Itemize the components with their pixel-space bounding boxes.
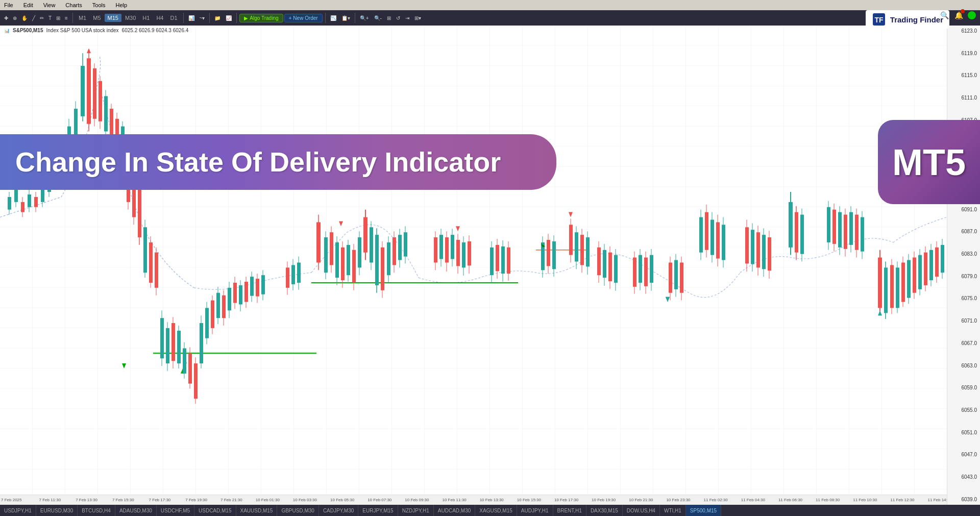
status-tab-eurjpy-m15[interactable]: EURJPY,M15	[358, 505, 398, 516]
status-tab-btcusd-h4[interactable]: BTCUSD,H4	[78, 505, 115, 516]
chart-symbol: S&P500,M15	[13, 28, 43, 33]
status-tab-dax30-m15[interactable]: DAX30,M15	[586, 505, 623, 516]
time-label: 11 Feb 14:30	[927, 498, 947, 502]
time-label: 10 Feb 09:30	[404, 498, 430, 502]
algo-trading-button[interactable]: ▶ Algo Trading	[239, 14, 283, 22]
price-label: 6115.0	[948, 72, 979, 78]
timeframe-group: M1 M5 M15 M30 H1 H4 D1	[76, 14, 181, 22]
new-order-icon: +	[289, 15, 292, 21]
menu-view[interactable]: View	[41, 2, 58, 8]
alert-icon[interactable]: 🔔	[953, 10, 964, 20]
objects-tool[interactable]: ⊞	[54, 14, 62, 22]
price-label: 6079.0	[948, 274, 979, 279]
tf-m1[interactable]: M1	[76, 14, 89, 22]
status-tab-gbpusd-m30[interactable]: GBPUSD,M30	[277, 505, 318, 516]
crosshair-tool[interactable]: ✚	[2, 14, 10, 22]
tf-m15[interactable]: M15	[105, 14, 121, 22]
menu-edit[interactable]: Edit	[21, 2, 35, 8]
time-label: 10 Feb 17:30	[553, 498, 579, 502]
time-axis: 7 Feb 2025 7 Feb 11:30 7 Feb 13:30 7 Feb…	[0, 495, 947, 505]
price-label: 6119.0	[948, 51, 979, 56]
status-tab-nzdjpy-h1[interactable]: NZDJPY,H1	[398, 505, 434, 516]
chart-ohlc: 6025.2 6026.9 6024.3 6026.4	[122, 28, 189, 33]
time-label: 10 Feb 05:30	[329, 498, 355, 502]
new-order-label: New Order	[293, 15, 317, 21]
status-tab-sp500-m15[interactable]: SP500,M15	[686, 505, 721, 516]
time-label: 7 Feb 2025	[0, 498, 22, 502]
price-label: 6043.0	[948, 474, 979, 480]
market-watch-btn[interactable]: 📉	[328, 14, 338, 22]
time-label: 7 Feb 17:30	[148, 498, 172, 502]
grid-btn[interactable]: ⊞	[385, 14, 393, 22]
status-tab-xauusd-m15[interactable]: XAUUSD,M15	[236, 505, 278, 516]
chart-type[interactable]: 📊	[186, 14, 197, 22]
logo-area: TF Trading Finder	[866, 10, 949, 29]
time-label: 10 Feb 15:30	[516, 498, 542, 502]
top-right-icons: 🔍 🔔	[939, 10, 976, 20]
time-label: 10 Feb 07:30	[366, 498, 393, 502]
chart-info: 📊 S&P500,M15 Index S&P 500 USA stock ind…	[4, 28, 188, 33]
time-label: 10 Feb 19:30	[591, 498, 617, 502]
time-label: 7 Feb 19:30	[184, 498, 208, 502]
new-order-button[interactable]: + New Order	[284, 14, 323, 22]
tf-h1[interactable]: H1	[139, 14, 153, 22]
time-label: 11 Feb 06:30	[777, 498, 803, 502]
status-tab-eurusd-m30[interactable]: EURUSD,M30	[36, 505, 78, 516]
price-label: 6055.0	[948, 407, 979, 413]
time-label: 11 Feb 02:30	[703, 498, 729, 502]
status-tab-cadjpy-m30[interactable]: CADJPY,M30	[319, 505, 358, 516]
status-tab-usdchf-m5[interactable]: USDCHF,M5	[157, 505, 194, 516]
menu-file[interactable]: File	[2, 2, 15, 8]
time-label: 10 Feb 01:30	[255, 498, 281, 502]
status-tab-usdcad-m15[interactable]: USDCAD,M15	[194, 505, 236, 516]
time-label: 7 Feb 21:30	[219, 498, 243, 502]
indicator-btn[interactable]: 📈	[224, 14, 234, 22]
menu-help[interactable]: Help	[113, 2, 129, 8]
time-label: 10 Feb 21:30	[628, 498, 654, 502]
tf-m5[interactable]: M5	[90, 14, 104, 22]
pencil-tool[interactable]: ✏	[38, 14, 46, 22]
price-label: 6047.0	[948, 452, 979, 457]
menu-tools[interactable]: Tools	[90, 2, 108, 8]
hand-tool[interactable]: ✋	[19, 14, 30, 22]
tf-h4[interactable]: H4	[153, 14, 166, 22]
chart-area[interactable]: 📊 S&P500,M15 Index S&P 500 USA stock ind…	[0, 26, 980, 505]
line-tool[interactable]: ╱	[30, 14, 37, 22]
trading-finder-logo-icon: TF	[872, 12, 886, 27]
zoom-out-button[interactable]: 🔍-	[372, 14, 384, 22]
status-tab-audjpy-h1[interactable]: AUDJPY,H1	[517, 505, 553, 516]
price-label: 6067.0	[948, 340, 979, 346]
banner-overlay: Change In State Of Delivery Indicator	[0, 120, 980, 204]
sep2	[183, 13, 184, 23]
status-bar: USDJPY,H1 EURUSD,M30 BTCUSD,H4 ADAUSD,M3…	[0, 505, 980, 516]
menu-charts[interactable]: Charts	[63, 2, 84, 8]
time-label: 10 Feb 03:30	[292, 498, 318, 502]
chart-full-name: Index S&P 500 USA stock index	[46, 28, 118, 33]
logo-text: Trading Finder	[890, 15, 943, 24]
template-btn[interactable]: 📁	[212, 14, 223, 22]
status-tab-xagusd-m15[interactable]: XAGUSD,M15	[475, 505, 517, 516]
time-label: 10 Feb 11:30	[441, 498, 467, 502]
status-tab-dow-us-h4[interactable]: DOW.US,H4	[623, 505, 660, 516]
status-tab-wti-h1[interactable]: WTI,H1	[660, 505, 686, 516]
tf-d1[interactable]: D1	[167, 14, 180, 22]
tf-m30[interactable]: M30	[122, 14, 139, 22]
more-btn[interactable]: ⊞▾	[412, 14, 423, 22]
data-window-btn[interactable]: 📋▾	[339, 14, 352, 22]
status-tab-adausd-m30[interactable]: ADAUSD,M30	[115, 505, 157, 516]
zoom-tool[interactable]: ⊕	[11, 14, 19, 22]
refresh-btn[interactable]: ↺	[394, 14, 402, 22]
sep6	[355, 13, 355, 23]
status-tab-brent-h1[interactable]: BRENT,H1	[553, 505, 586, 516]
price-label: 6051.0	[948, 430, 979, 435]
status-tab-audcad-m30[interactable]: AUDCAD,M30	[434, 505, 475, 516]
status-tab-usdjpy-h1[interactable]: USDJPY,H1	[0, 505, 36, 516]
search-icon[interactable]: 🔍	[939, 10, 949, 20]
zoom-in-button[interactable]: 🔍+	[358, 14, 371, 22]
algo-play-icon: ▶	[244, 15, 248, 21]
text-tool[interactable]: T	[46, 14, 54, 22]
chart-style[interactable]: ~▾	[198, 14, 207, 22]
scroll-end-btn[interactable]: ⇥	[403, 14, 411, 22]
properties-tool[interactable]: ≡	[63, 14, 70, 22]
price-label: 6071.0	[948, 318, 979, 324]
